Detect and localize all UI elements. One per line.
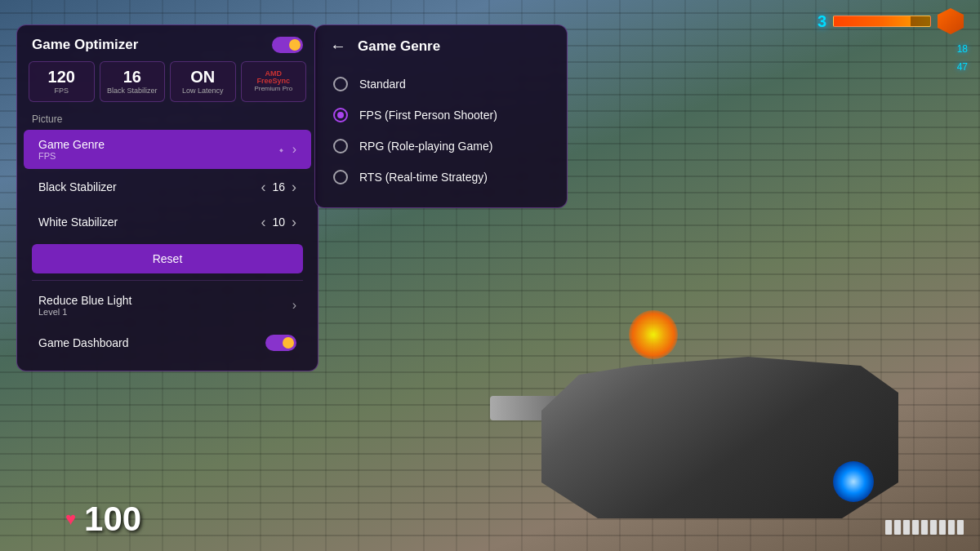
- menu-item-game-genre[interactable]: Game Genre FPS ⬩ ›: [24, 130, 311, 169]
- ammo-bar-1: [885, 520, 892, 535]
- menu-item-black-stabilizer[interactable]: Black Stabilizer ‹ 16 ›: [24, 171, 311, 204]
- optimizer-panel: Game Optimizer 120 FPS 16 Black Stabiliz…: [16, 24, 318, 371]
- stats-row: 120 FPS 16 Black Stabilizer ON Low Laten…: [17, 61, 318, 110]
- fps-value: 120: [36, 67, 87, 87]
- hud-shield-icon: [938, 8, 964, 34]
- white-stab-val: 10: [272, 216, 285, 229]
- black-stab-right-arrow[interactable]: ›: [292, 179, 296, 196]
- stat-line-2: 47: [957, 59, 968, 77]
- genre-label-rts: RTS (Real-time Strategy): [359, 171, 488, 184]
- game-dashboard-title: Game Dashboard: [38, 336, 129, 349]
- white-stab-left-arrow[interactable]: ‹: [261, 214, 265, 231]
- health-bar: [833, 16, 931, 27]
- genre-label-fps: FPS (First Person Shooter): [359, 109, 497, 122]
- genre-title: Game Genre: [358, 38, 440, 55]
- section-label: Picture: [17, 110, 318, 130]
- genre-option-standard[interactable]: Standard: [330, 69, 552, 100]
- hud-ammo: [885, 520, 964, 535]
- heart-icon: ♥: [65, 509, 76, 530]
- hud-top: 3: [817, 8, 964, 34]
- ammo-bar-8: [948, 520, 955, 535]
- black-stabilizer-right: ‹ 16 ›: [261, 179, 296, 196]
- hud-right-stats: 18 47: [957, 41, 968, 76]
- black-stab-left-arrow[interactable]: ‹: [261, 179, 265, 196]
- radio-rpg: [333, 139, 348, 153]
- reduce-blue-light-arrow: ›: [292, 298, 296, 313]
- muzzle-flash: [629, 310, 678, 359]
- divider-1: [32, 280, 303, 281]
- optimizer-title: Game Optimizer: [32, 37, 138, 53]
- genre-option-rts[interactable]: RTS (Real-time Strategy): [330, 162, 552, 193]
- optimizer-header: Game Optimizer: [17, 25, 318, 61]
- kills-count: 3: [817, 12, 826, 31]
- low-latency-value: ON: [177, 67, 229, 87]
- menu-item-game-dashboard[interactable]: Game Dashboard: [24, 327, 311, 359]
- ammo-bar-2: [894, 520, 901, 535]
- back-button[interactable]: ←: [330, 37, 346, 56]
- genre-label-rpg: RPG (Role-playing Game): [359, 140, 492, 153]
- low-latency-label: Low Latency: [177, 87, 229, 96]
- black-stab-stat: 16 Black Stabilizer: [100, 61, 166, 102]
- reset-button[interactable]: Reset: [32, 244, 303, 273]
- white-stabilizer-title: White Stabilizer: [38, 216, 118, 229]
- ammo-bar-4: [912, 520, 919, 535]
- freesync-line1: FreeSync: [256, 78, 290, 85]
- black-stab-value: 16: [107, 67, 158, 87]
- freesync-stat: AMD FreeSync Premium Pro: [241, 61, 307, 102]
- ammo-bar-7: [939, 520, 946, 535]
- reduce-blue-light-left: Reduce Blue Light Level 1: [38, 294, 131, 317]
- game-genre-right: ⬩ ›: [277, 140, 296, 158]
- black-stab-val: 16: [272, 180, 285, 193]
- ammo-bar-9: [957, 520, 964, 535]
- black-stab-label: Black Stabilizer: [107, 87, 158, 96]
- gun-blue-light: [833, 461, 874, 502]
- chevron-right-icon: ›: [292, 142, 296, 157]
- optimizer-toggle[interactable]: [272, 37, 303, 53]
- toggle-track[interactable]: [272, 37, 303, 53]
- health-number: 100: [84, 500, 141, 539]
- stat-line-1: 18: [957, 41, 968, 59]
- low-latency-stat: ON Low Latency: [170, 61, 236, 102]
- freesync-line2: Premium Pro: [254, 85, 292, 92]
- game-genre-sub: FPS: [38, 151, 105, 161]
- white-stabilizer-right: ‹ 10 ›: [261, 214, 296, 231]
- gun-visual: [490, 233, 898, 518]
- genre-option-rpg[interactable]: RPG (Role-playing Game): [330, 131, 552, 162]
- genre-option-fps[interactable]: FPS (First Person Shooter): [330, 100, 552, 131]
- radio-fps-inner: [337, 112, 344, 118]
- fps-stat: 120 FPS: [29, 61, 95, 102]
- game-genre-title: Game Genre: [38, 138, 105, 151]
- reduce-blue-light-sub: Level 1: [38, 307, 131, 317]
- fps-label: FPS: [36, 87, 87, 96]
- ammo-bar-3: [903, 520, 910, 535]
- game-dashboard-toggle[interactable]: [265, 335, 296, 351]
- white-stab-right-arrow[interactable]: ›: [292, 214, 296, 231]
- menu-item-reduce-blue-light[interactable]: Reduce Blue Light Level 1 ›: [24, 286, 311, 325]
- ammo-bar-5: [921, 520, 928, 535]
- radio-rts: [333, 170, 348, 184]
- genre-panel: ← Game Genre Standard FPS (First Person …: [314, 24, 568, 208]
- genre-label-standard: Standard: [359, 78, 406, 91]
- toggle-thumb: [289, 39, 301, 51]
- ammo-bar-6: [930, 520, 937, 535]
- menu-item-white-stabilizer[interactable]: White Stabilizer ‹ 10 ›: [24, 206, 311, 239]
- radio-standard: [333, 77, 348, 91]
- game-dashboard-thumb: [283, 337, 294, 349]
- game-genre-left: Game Genre FPS: [38, 138, 105, 161]
- reduce-blue-light-title: Reduce Blue Light: [38, 294, 131, 307]
- game-genre-icon: ⬩: [277, 140, 286, 158]
- black-stabilizer-title: Black Stabilizer: [38, 180, 117, 193]
- genre-header: ← Game Genre: [330, 37, 552, 56]
- radio-fps: [333, 108, 348, 122]
- hud-bottom-left: ♥ 100: [65, 500, 141, 539]
